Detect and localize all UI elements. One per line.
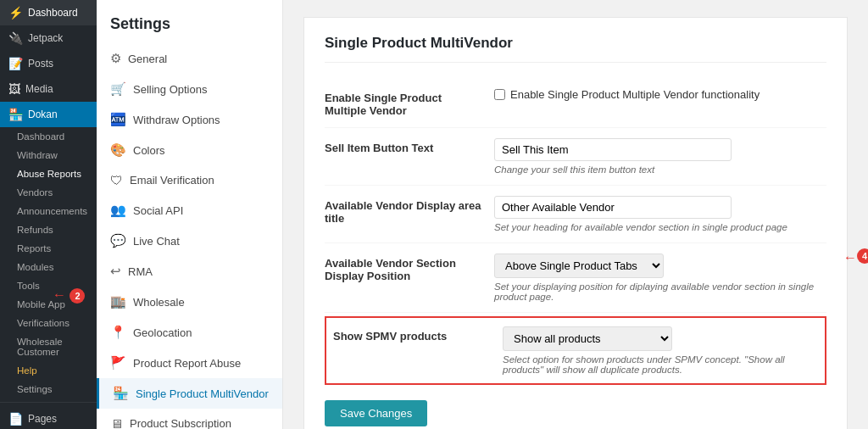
product-subscription-icon: 🖥 [110, 416, 123, 429]
sidebar-sub-settings[interactable]: Settings [8, 380, 97, 398]
main-content: Settings ⚙ General 🛒 Selling Options ← 1… [97, 0, 868, 429]
wholesale-icon: 🏬 [110, 294, 126, 309]
label-vendor-display-title: Available Vendor Display areatitle [325, 196, 494, 225]
sidebar-sub-wholesale-customer[interactable]: Wholesale Customer [8, 332, 97, 361]
settings-sidebar: Settings ⚙ General 🛒 Selling Options ← 1… [97, 0, 283, 429]
posts-icon: 📝 [8, 57, 23, 70]
settings-item-single-product-multivendor[interactable]: 🏪 Single Product MultiVendor ← 3 [97, 378, 282, 409]
colors-icon: 🎨 [110, 142, 126, 158]
general-icon: ⚙ [110, 51, 121, 66]
label-show-spmv-products: Show SPMV products [333, 326, 503, 343]
settings-layout: Settings ⚙ General 🛒 Selling Options ← 1… [97, 0, 868, 429]
selling-options-icon: 🛒 [110, 81, 126, 97]
settings-item-colors[interactable]: 🎨 Colors [97, 135, 282, 165]
row-vendor-display-title: Available Vendor Display areatitle Set y… [325, 186, 826, 243]
settings-item-product-subscription[interactable]: 🖥 Product Subscription [97, 409, 282, 429]
settings-panel: Single Product MultiVendor Enable Single… [303, 17, 848, 429]
content-vendor-section-position: Above Single Product Tabs Below Single P… [494, 254, 826, 302]
sidebar-item-jetpack[interactable]: 🔌 Jetpack [0, 25, 97, 51]
hint-sell-item-button: Change your sell this item button text [494, 164, 826, 175]
settings-item-social-api[interactable]: 👥 Social API [97, 195, 282, 226]
sidebar-sub-help[interactable]: Help [8, 361, 97, 380]
live-chat-icon: 💬 [110, 233, 126, 248]
settings-item-email-verification[interactable]: 🛡 Email Verification [97, 165, 282, 195]
select-vendor-section-position[interactable]: Above Single Product Tabs Below Single P… [494, 254, 664, 278]
sidebar-sub-announcements[interactable]: Announcements [8, 202, 97, 220]
sidebar-sub-modules[interactable]: Modules [8, 258, 97, 276]
sidebar-sub-withdraw[interactable]: Withdraw [8, 146, 97, 164]
geolocation-icon: 📍 [110, 325, 126, 340]
annotation-4-arrow: ← [843, 250, 857, 265]
sidebar-sub-vendors[interactable]: Vendors [8, 183, 97, 202]
media-icon: 🖼 [8, 82, 20, 96]
annotation-4-badge: 4 [857, 248, 868, 264]
row-sell-item-button-text: Sell Item Button Text Change your sell t… [325, 128, 826, 186]
label-enable-single-product: Enable Single ProductMultiple Vendor [325, 88, 494, 117]
settings-item-live-chat[interactable]: 💬 Live Chat [97, 226, 282, 256]
content-enable-single-product: Enable Single Product Multiple Vendor fu… [494, 88, 826, 101]
settings-item-withdraw-options[interactable]: 🏧 Withdraw Options [97, 104, 282, 135]
settings-item-wholesale[interactable]: 🏬 Wholesale [97, 287, 282, 317]
hint-vendor-display-title: Set your heading for available vendor se… [494, 222, 826, 232]
sidebar-sub-reports[interactable]: Reports [8, 239, 97, 258]
admin-sidebar: ⚡ Dashboard 🔌 Jetpack 📝 Posts 🖼 Media 🏪 … [0, 0, 97, 429]
dashboard-icon: ⚡ [8, 6, 23, 20]
input-sell-item-button[interactable] [494, 138, 732, 161]
content-vendor-display-title: Set your heading for available vendor se… [494, 196, 826, 232]
checkbox-enable-single-product[interactable] [494, 89, 505, 100]
settings-main: Single Product MultiVendor Enable Single… [283, 0, 868, 429]
row-vendor-section-position: Available Vendor SectionDisplay Position… [325, 243, 826, 313]
withdraw-icon: 🏧 [110, 112, 126, 127]
single-product-icon: 🏪 [113, 386, 129, 401]
row-enable-single-product: Enable Single ProductMultiple Vendor Ena… [325, 78, 826, 128]
sidebar-item-posts[interactable]: 📝 Posts [0, 51, 97, 76]
select-show-spmv-products[interactable]: Show all products Show unique products [503, 326, 672, 351]
label-sell-item-button: Sell Item Button Text [325, 138, 494, 154]
settings-item-product-report-abuse[interactable]: 🚩 Product Report Abuse [97, 348, 282, 378]
input-vendor-display-title[interactable] [494, 196, 732, 219]
sidebar-sub-dashboard[interactable]: Dashboard [8, 127, 97, 146]
email-verification-icon: 🛡 [110, 173, 123, 187]
dokan-icon: 🏪 [8, 108, 23, 121]
sidebar-sub-tools[interactable]: Tools [8, 276, 97, 295]
settings-item-geolocation[interactable]: 📍 Geolocation [97, 317, 282, 348]
sidebar-item-media[interactable]: 🖼 Media [0, 76, 97, 102]
row-show-spmv-products: Show SPMV products Show all products Sho… [325, 316, 826, 385]
sidebar-sub-refunds[interactable]: Refunds [8, 220, 97, 239]
settings-item-general[interactable]: ⚙ General [97, 43, 282, 74]
sidebar-sub-abuse-reports[interactable]: Abuse Reports [8, 164, 97, 183]
save-changes-button[interactable]: Save Changes [325, 400, 427, 426]
hint-show-spmv-products: Select option for shown products under S… [503, 354, 818, 375]
sidebar-item-dokan[interactable]: 🏪 Dokan [0, 102, 97, 127]
content-show-spmv-products: Show all products Show unique products S… [503, 326, 818, 375]
rma-icon: ↩ [110, 264, 121, 279]
dokan-submenu: Dashboard Withdraw Abuse Reports Vendors… [0, 127, 97, 398]
sidebar-sub-verifications[interactable]: Verifications [8, 314, 97, 332]
hint-vendor-section-position: Set your displaying position for diplayi… [494, 281, 826, 302]
panel-title: Single Product MultiVendor [325, 35, 826, 63]
report-abuse-icon: 🚩 [110, 355, 126, 370]
settings-title: Settings [97, 8, 282, 43]
social-api-icon: 👥 [110, 203, 126, 218]
sidebar-item-dashboard[interactable]: ⚡ Dashboard [0, 0, 97, 25]
settings-item-selling-options[interactable]: 🛒 Selling Options ← 1 [97, 74, 282, 104]
label-vendor-section-position: Available Vendor SectionDisplay Position [325, 254, 494, 282]
jetpack-icon: 🔌 [8, 31, 23, 45]
sidebar-sub-mobile-app[interactable]: Mobile App [8, 295, 97, 314]
sidebar-item-pages[interactable]: 📄 Pages [0, 406, 97, 429]
checkbox-label-enable[interactable]: Enable Single Product Multiple Vendor fu… [494, 88, 826, 101]
settings-item-rma[interactable]: ↩ RMA [97, 256, 282, 287]
content-sell-item-button: Change your sell this item button text [494, 138, 826, 175]
pages-icon: 📄 [8, 412, 23, 426]
